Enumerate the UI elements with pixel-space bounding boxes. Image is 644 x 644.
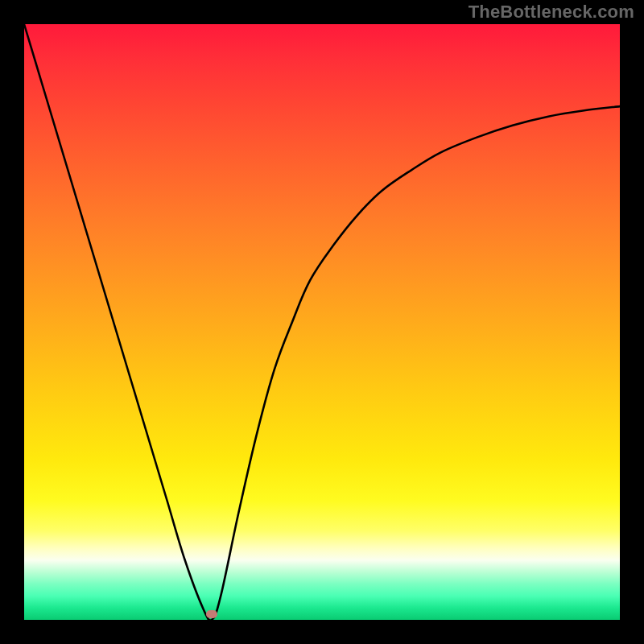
dip-marker <box>206 610 217 618</box>
chart-frame: TheBottleneck.com <box>0 0 644 644</box>
bottleneck-curve <box>24 24 620 621</box>
curve-svg <box>24 24 620 620</box>
watermark-text: TheBottleneck.com <box>469 2 634 23</box>
plot-area <box>24 24 620 620</box>
